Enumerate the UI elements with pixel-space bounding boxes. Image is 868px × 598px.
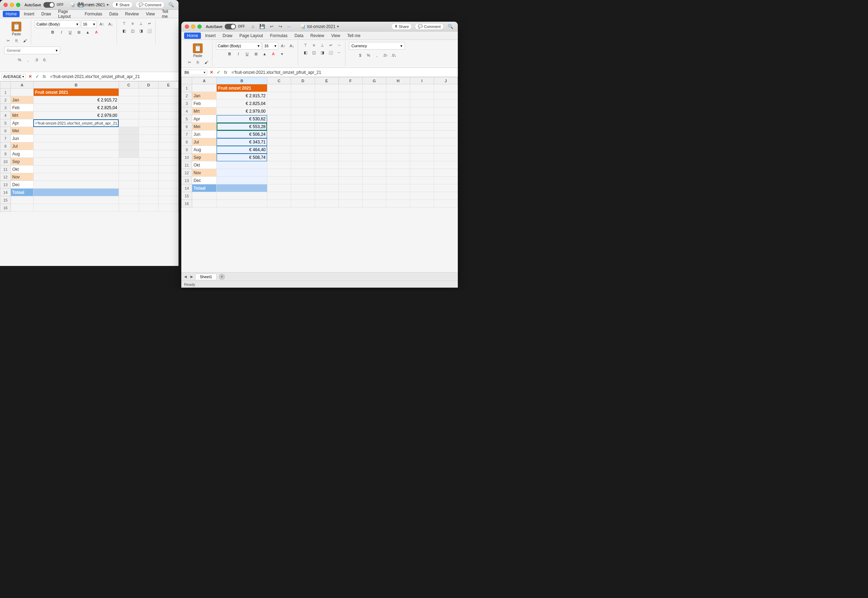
fill-btn-front[interactable]: ▲	[261, 51, 268, 57]
cell-e-8-front[interactable]	[315, 138, 338, 146]
cell-e-13-back[interactable]	[159, 181, 178, 188]
col-header-g-front[interactable]: G	[362, 77, 386, 84]
menu-data-front[interactable]: Data	[292, 33, 306, 39]
cell-a-8-back[interactable]: Jul	[11, 142, 34, 150]
cell-g-10-front[interactable]	[362, 154, 386, 161]
redo-icon-front[interactable]: ↪	[278, 24, 283, 29]
cancel-formula-front[interactable]: ✕	[209, 69, 214, 75]
cell-b-2-back[interactable]: € 2.915,72	[33, 96, 119, 104]
cell-b-9-back[interactable]	[33, 150, 119, 158]
cell-b-3-back[interactable]: € 2.825,04	[33, 104, 119, 112]
cell-g-4-front[interactable]	[362, 108, 386, 115]
cell-b-15-back[interactable]	[33, 196, 119, 204]
cell-a-16-back[interactable]	[11, 204, 34, 212]
cell-i-15-front[interactable]	[410, 192, 434, 200]
cell-g-3-front[interactable]	[362, 100, 386, 108]
comment-button-front[interactable]: 💬 Comment	[415, 23, 444, 30]
col-header-c-front[interactable]: C	[267, 77, 291, 84]
cell-a-10-front[interactable]: Sep	[192, 154, 217, 161]
comment-button-back[interactable]: 💬 Comment	[135, 1, 165, 8]
cell-b-16-front[interactable]	[217, 200, 267, 208]
align-top-btn-back[interactable]: ⊤	[120, 20, 128, 27]
cell-c-11-front[interactable]	[267, 161, 291, 169]
cell-c-6-back[interactable]	[119, 127, 139, 135]
menu-pagelayout-front[interactable]: Page Layout	[236, 33, 266, 39]
increase-decimal-back[interactable]: .0	[33, 57, 40, 63]
number-format-selector-back[interactable]: General ▾	[4, 46, 60, 54]
cell-a-13-back[interactable]: Dec	[11, 181, 34, 188]
share-button-front[interactable]: ⬆ Share	[391, 23, 412, 30]
border-btn-back[interactable]: ⊞	[75, 29, 83, 35]
align-center-btn-front[interactable]: ◫	[310, 49, 318, 55]
cell-j-14-front[interactable]	[434, 184, 458, 192]
close-button-back[interactable]	[3, 3, 8, 7]
cell-h-9-front[interactable]	[386, 146, 410, 154]
cell-b-11-front[interactable]	[217, 161, 267, 169]
add-sheet-front[interactable]: +	[219, 274, 225, 280]
cell-h-10-front[interactable]	[386, 154, 410, 161]
cell-a-13-front[interactable]: Dec	[192, 177, 217, 184]
cell-a-16-front[interactable]	[192, 200, 217, 208]
cell-a-4-front[interactable]: Mrt	[192, 108, 217, 115]
cell-f-11-front[interactable]	[338, 161, 362, 169]
cell-b-16-back[interactable]	[33, 204, 119, 212]
cell-f-3-front[interactable]	[338, 100, 362, 108]
bold-btn-front[interactable]: B	[226, 51, 233, 57]
cell-b-13-back[interactable]	[33, 181, 119, 188]
traffic-lights-front[interactable]	[185, 24, 202, 29]
cell-j-11-front[interactable]	[434, 161, 458, 169]
currency-btn-front[interactable]: $	[356, 52, 364, 58]
cell-c-10-front[interactable]	[267, 154, 291, 161]
percent-btn-back[interactable]: %	[16, 57, 24, 63]
cell-j-3-front[interactable]	[434, 100, 458, 108]
cell-f-9-front[interactable]	[338, 146, 362, 154]
cell-g-11-front[interactable]	[362, 161, 386, 169]
cell-b-13-front[interactable]	[217, 177, 267, 184]
cell-a-11-back[interactable]: Okt	[11, 166, 34, 173]
cell-b-4-front[interactable]: € 2.979,00	[217, 108, 267, 115]
wrap-btn-front[interactable]: ↵	[327, 42, 335, 48]
cell-e-16-front[interactable]	[315, 200, 338, 208]
cell-i-2-front[interactable]	[410, 92, 434, 100]
cell-d-4-front[interactable]	[291, 108, 315, 115]
cell-h-5-front[interactable]	[386, 115, 410, 123]
cell-c-16-back[interactable]	[119, 204, 139, 212]
cell-d-6-front[interactable]	[291, 123, 315, 130]
cell-e-10-front[interactable]	[315, 154, 338, 161]
cell-f-15-front[interactable]	[338, 192, 362, 200]
cell-c-16-front[interactable]	[267, 200, 291, 208]
cell-b-3-front[interactable]: € 2.825,04	[217, 100, 267, 108]
cell-c-1-back[interactable]	[119, 88, 139, 96]
cell-c-12-back[interactable]	[119, 173, 139, 181]
number-format-selector-front[interactable]: Currency ▾	[349, 42, 405, 50]
merge-btn-back[interactable]: ⬜	[145, 28, 153, 34]
align-bot-btn-front[interactable]: ⊥	[319, 42, 326, 48]
cell-d-16-front[interactable]	[291, 200, 315, 208]
cell-e-14-back[interactable]	[159, 188, 178, 196]
cell-g-13-front[interactable]	[362, 177, 386, 184]
cell-a-14-back[interactable]: Totaal	[11, 188, 34, 196]
cell-b-6-back[interactable]	[33, 127, 119, 135]
cell-a-6-back[interactable]: Mei	[11, 127, 34, 135]
cell-a-9-back[interactable]: Aug	[11, 150, 34, 158]
shrink-font-btn-back[interactable]: A↓	[107, 21, 114, 27]
paste-button-back[interactable]: 📋 Paste	[9, 20, 24, 37]
cell-c-6-front[interactable]	[267, 123, 291, 130]
cell-d-9-front[interactable]	[291, 146, 315, 154]
cell-e-12-front[interactable]	[315, 169, 338, 177]
cell-e-9-front[interactable]	[315, 146, 338, 154]
cell-c-8-back[interactable]	[119, 142, 139, 150]
cell-g-1-front[interactable]	[362, 84, 386, 92]
cell-c-1-front[interactable]	[267, 84, 291, 92]
cell-b-5-front[interactable]: € 530,62	[217, 115, 267, 123]
format-paint-btn-back[interactable]: 🖌	[21, 37, 29, 44]
cell-i-6-front[interactable]	[410, 123, 434, 130]
cell-a-9-front[interactable]: Aug	[192, 146, 217, 154]
cell-a-6-front[interactable]: Mei	[192, 123, 217, 130]
cell-b-6-front[interactable]: € 553,28	[217, 123, 267, 130]
cell-f-4-front[interactable]	[338, 108, 362, 115]
cell-c-4-back[interactable]	[119, 112, 139, 119]
cell-b-11-back[interactable]	[33, 166, 119, 173]
cell-g-2-front[interactable]	[362, 92, 386, 100]
col-header-e-back[interactable]: E	[159, 82, 178, 88]
